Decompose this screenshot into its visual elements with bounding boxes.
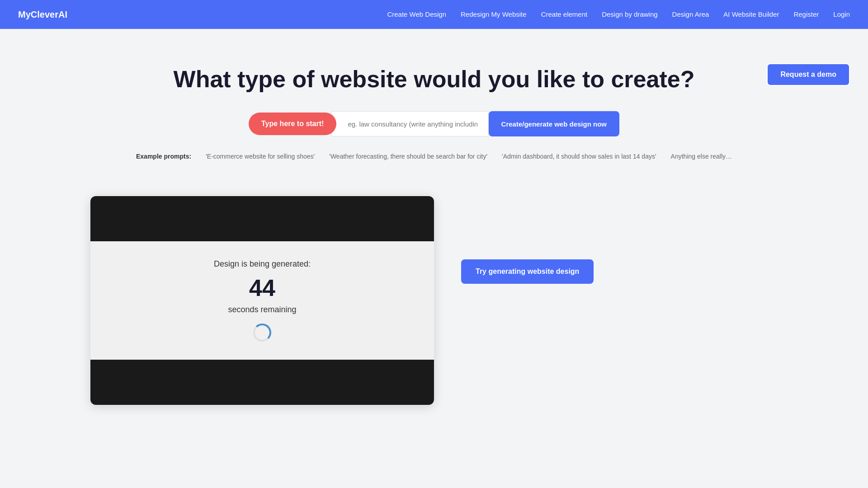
example-prompt-2: 'Weather forecasting, there should be se… [329,153,487,160]
right-panel: Try generating website design [461,196,594,284]
try-generating-button[interactable]: Try generating website design [461,259,594,284]
nav-design-by-drawing[interactable]: Design by drawing [602,10,657,18]
nav-register[interactable]: Register [793,10,819,18]
navbar-links: Create Web Design Redesign My Website Cr… [387,10,850,19]
loading-spinner [253,324,271,342]
seconds-remaining-label: seconds remaining [228,305,296,314]
type-here-button[interactable]: Type here to start! [249,113,336,135]
nav-create-web-design[interactable]: Create Web Design [387,10,446,18]
hero-wrapper: Request a demo What type of website woul… [0,29,868,178]
browser-bottom-bar [90,360,434,405]
browser-content: Design is being generated: 44 seconds re… [90,241,434,360]
nav-redesign-website[interactable]: Redesign My Website [461,10,527,18]
example-prompt-1: 'E-commerce website for selling shoes' [206,153,315,160]
generate-button[interactable]: Create/generate web design now [489,111,619,136]
browser-frame: Design is being generated: 44 seconds re… [90,196,434,405]
countdown-number: 44 [249,274,275,301]
search-bar-container: Type here to start! Create/generate web … [249,111,619,136]
request-demo-button[interactable]: Request a demo [767,63,850,86]
nav-design-area[interactable]: Design Area [672,10,709,18]
website-type-input[interactable] [331,111,488,136]
nav-login[interactable]: Login [833,10,850,18]
example-prompt-4: Anything else really… [671,153,732,160]
generating-label: Design is being generated: [214,259,311,269]
preview-section: Design is being generated: 44 seconds re… [0,178,868,423]
navbar: MyCleverAI Create Web Design Redesign My… [0,0,868,29]
hero-section: What type of website would you like to c… [0,29,868,178]
example-prompt-3: 'Admin dashboard, it should show sales i… [502,153,656,160]
nav-create-element[interactable]: Create element [541,10,588,18]
brand-logo[interactable]: MyCleverAI [18,9,67,20]
example-prompts-label: Example prompts: [136,153,191,160]
browser-top-bar [90,196,434,241]
hero-title: What type of website would you like to c… [18,65,850,93]
example-prompts-row: Example prompts: 'E-commerce website for… [18,153,850,160]
nav-ai-website-builder[interactable]: AI Website Builder [723,10,779,18]
